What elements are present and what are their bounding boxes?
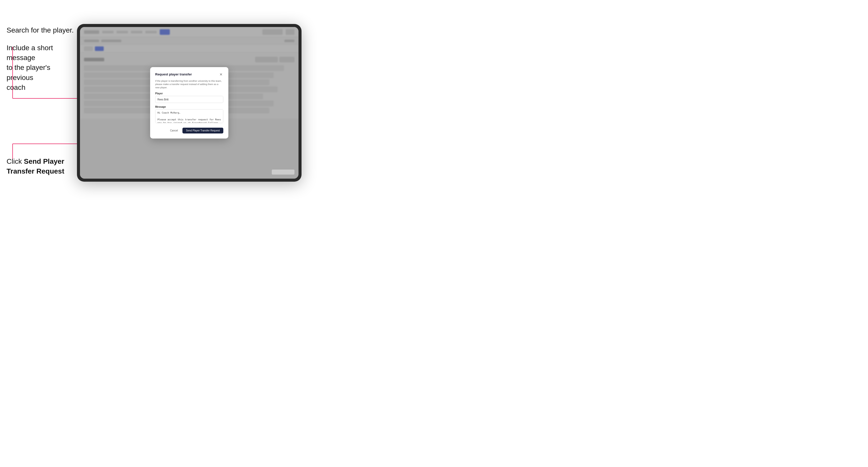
tablet-screen: Request player transfer ✕ If the player … bbox=[80, 27, 299, 179]
player-input[interactable] bbox=[155, 96, 223, 103]
message-label: Message bbox=[155, 105, 223, 108]
modal-footer: Cancel Send Player Transfer Request bbox=[155, 128, 223, 133]
annotation-message: Include a short message to the player's … bbox=[6, 43, 72, 92]
screen-bottom-area bbox=[272, 169, 294, 175]
annotation-search: Search for the player. bbox=[6, 25, 74, 35]
player-label: Player bbox=[155, 92, 223, 95]
send-transfer-request-button[interactable]: Send Player Transfer Request bbox=[182, 128, 223, 133]
request-transfer-modal: Request player transfer ✕ If the player … bbox=[150, 67, 228, 139]
modal-description: If the player is transferring from anoth… bbox=[155, 79, 223, 89]
tablet-device: Request player transfer ✕ If the player … bbox=[77, 24, 302, 182]
modal-title: Request player transfer bbox=[155, 72, 192, 76]
message-textarea[interactable]: Hi Coach McHarg, Please accept this tran… bbox=[155, 109, 223, 123]
cancel-button[interactable]: Cancel bbox=[168, 128, 180, 133]
annotation-click: Click Send Player Transfer Request bbox=[6, 156, 72, 176]
modal-header: Request player transfer ✕ bbox=[155, 72, 223, 77]
modal-overlay: Request player transfer ✕ If the player … bbox=[80, 27, 299, 179]
close-button[interactable]: ✕ bbox=[219, 72, 223, 77]
